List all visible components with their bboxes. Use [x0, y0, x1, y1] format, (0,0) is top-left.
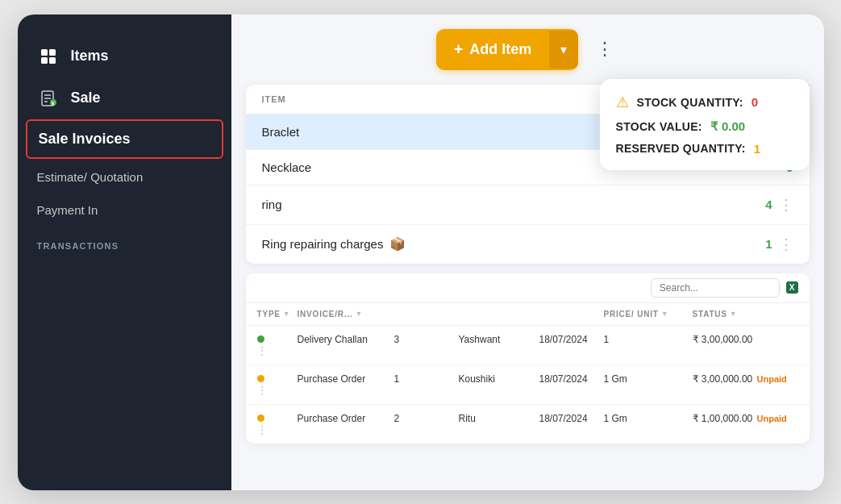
row-action[interactable]: ⋮: [257, 345, 298, 356]
row-price: ₹ 3,00,000.00: [693, 373, 757, 385]
sidebar-item-sale-invoices[interactable]: Sale Invoices: [26, 119, 223, 159]
svg-rect-0: [41, 49, 48, 56]
excel-icon[interactable]: X: [786, 281, 798, 294]
search-row: X: [246, 273, 810, 303]
transactions-section-label: TRANSACTIONS: [18, 227, 231, 257]
add-item-plus-icon: +: [454, 40, 464, 59]
estimate-label: Estimate/ Quotation: [37, 170, 144, 184]
sidebar: Items $ Sale Sale Invoices Estimate/ Quo…: [18, 15, 231, 490]
col-type-header: TYPE ▼: [257, 310, 298, 319]
row-party: Ritu: [459, 413, 539, 424]
main-card: Items $ Sale Sale Invoices Estimate/ Quo…: [18, 15, 824, 490]
price-filter-icon: ▼: [661, 310, 669, 318]
items-label: Items: [71, 48, 109, 65]
sidebar-item-sale[interactable]: $ Sale: [18, 79, 231, 118]
row-status: Unpaid: [757, 414, 781, 423]
row-price: ₹ 1,00,000.00: [693, 413, 757, 424]
col-price-header: PRICE/ UNIT ▼: [604, 310, 693, 319]
item-name: ring: [262, 198, 713, 211]
status-dot-orange: [257, 414, 264, 422]
stock-qty-row: ⚠ STOCK QUANTITY: 0: [616, 94, 790, 111]
status-filter-icon: ▼: [730, 310, 738, 318]
transaction-row[interactable]: Purchase Order 1 Koushiki 18/07/2024 1 G…: [246, 365, 810, 405]
row-dot: [257, 373, 298, 385]
row-date: 18/07/2024: [539, 334, 604, 345]
package-icon: 📦: [389, 236, 406, 252]
row-more-icon[interactable]: ⋮: [779, 235, 793, 253]
row-qty-val: 1: [604, 334, 693, 345]
row-invoice: 1: [394, 373, 459, 385]
row-dot: [257, 334, 298, 345]
row-action[interactable]: ⋮: [257, 424, 298, 435]
row-dot: [257, 413, 298, 424]
table-row[interactable]: ring 4 ⋮: [246, 185, 810, 225]
row-date: 18/07/2024: [539, 373, 604, 385]
row-more-icon[interactable]: ⋮: [779, 196, 793, 214]
add-item-button[interactable]: + Add Item ▾: [436, 29, 579, 70]
invoice-filter-icon: ▼: [356, 310, 364, 318]
row-party: Yashwant: [459, 334, 539, 345]
search-input[interactable]: [651, 278, 780, 298]
row-qty-val: 1 Gm: [604, 373, 693, 385]
table-row[interactable]: Ring repairing charges 📦 1 ⋮: [246, 225, 810, 264]
row-action[interactable]: ⋮: [257, 385, 298, 396]
transactions-header: TYPE ▼ INVOICE/R... ▼ PRICE/ UNIT ▼ STAT…: [246, 303, 810, 326]
transactions-table: X TYPE ▼ INVOICE/R... ▼ PRICE/ UNIT ▼: [246, 273, 810, 444]
payment-label: Payment In: [37, 203, 98, 217]
col-status-header: STATUS ▼: [693, 310, 757, 319]
status-dot-orange: [257, 375, 264, 382]
stock-popup: ⚠ STOCK QUANTITY: 0 STOCK VALUE: ₹ 0.00 …: [600, 79, 810, 170]
svg-text:$: $: [51, 100, 54, 106]
row-type: Purchase Order: [298, 413, 394, 424]
row-type: Purchase Order: [298, 373, 394, 385]
row-type: Delivery Challan: [298, 334, 394, 345]
status-dot-green: [257, 335, 264, 343]
reserved-qty-value: 1: [754, 142, 760, 156]
svg-rect-1: [49, 49, 56, 56]
add-item-chevron-icon[interactable]: ▾: [549, 31, 578, 69]
more-options-button[interactable]: ⋮: [591, 34, 618, 65]
item-qty: 4: [765, 198, 772, 211]
top-bar: + Add Item ▾ ⋮: [231, 15, 824, 85]
reserved-qty-row: RESERVED QUANTITY: 1: [616, 142, 790, 156]
type-filter-icon: ▼: [283, 310, 291, 318]
item-qty: 1: [765, 237, 772, 251]
sale-label: Sale: [71, 90, 101, 106]
sidebar-item-estimate[interactable]: Estimate/ Quotation: [18, 160, 231, 194]
main-content: // Rendered inline below + Add Item ▾ ⋮ …: [231, 15, 824, 490]
row-date: 18/07/2024: [539, 413, 604, 424]
item-name: Ring repairing charges 📦: [262, 236, 713, 252]
sidebar-item-items[interactable]: Items: [18, 34, 231, 79]
items-icon: [37, 45, 60, 68]
transaction-row[interactable]: Delivery Challan 3 Yashwant 18/07/2024 1…: [246, 326, 810, 365]
stock-qty-label: STOCK QUANTITY:: [637, 96, 743, 109]
row-qty-val: 1 Gm: [604, 413, 693, 424]
stock-val-value: ₹ 0.00: [710, 119, 745, 134]
transaction-row[interactable]: Purchase Order 2 Ritu 18/07/2024 1 Gm ₹ …: [246, 405, 810, 444]
warning-icon: ⚠: [616, 94, 629, 111]
col-invoice-header: INVOICE/R... ▼: [298, 310, 394, 319]
stock-val-label: STOCK VALUE:: [616, 120, 702, 133]
row-price: ₹ 3,00,000.00: [693, 334, 757, 345]
row-party: Koushiki: [459, 373, 539, 385]
row-invoice: 2: [394, 413, 459, 424]
sidebar-item-payment[interactable]: Payment In: [18, 194, 231, 227]
sale-icon: $: [37, 87, 60, 110]
stock-val-row: STOCK VALUE: ₹ 0.00: [616, 119, 790, 134]
add-item-main: + Add Item: [436, 29, 550, 70]
three-dots-icon: ⋮: [596, 39, 614, 59]
svg-rect-3: [49, 57, 56, 64]
sale-invoices-label: Sale Invoices: [39, 131, 131, 148]
row-invoice: 3: [394, 334, 459, 345]
svg-rect-2: [41, 57, 48, 64]
stock-qty-value: 0: [751, 95, 758, 109]
reserved-qty-label: RESERVED QUANTITY:: [616, 142, 746, 155]
add-item-label: Add Item: [469, 41, 531, 58]
row-status: Unpaid: [757, 374, 781, 384]
